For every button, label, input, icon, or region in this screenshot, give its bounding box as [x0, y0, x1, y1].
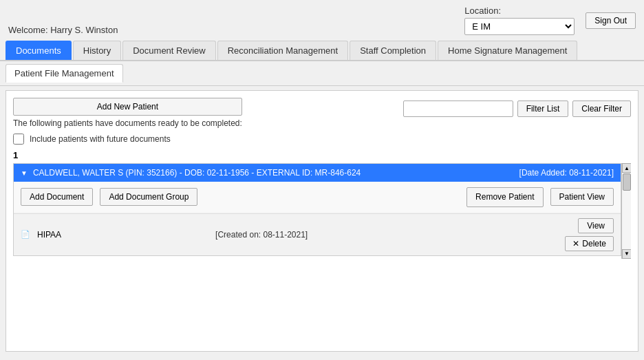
top-left: Add New Patient The following patients h…	[13, 98, 242, 128]
remove-patient-button[interactable]: Remove Patient	[466, 187, 543, 207]
location-area: Location: E IM	[464, 6, 575, 35]
tab-documents[interactable]: Documents	[6, 41, 72, 60]
include-future-label: Include patients with future documents	[30, 134, 171, 144]
document-view-button[interactable]: View	[578, 218, 614, 233]
description-text: The following patients have documents re…	[13, 118, 242, 128]
tab-bar: Documents History Document Review Reconc…	[0, 41, 644, 61]
patient-count: 1	[13, 150, 631, 160]
scrollbar-up-arrow[interactable]: ▲	[622, 163, 631, 173]
patient-header-left: ▼ CALDWELL, WALTER S (PIN: 352166) - DOB…	[21, 168, 361, 178]
tab-reconciliation-management[interactable]: Reconciliation Management	[217, 41, 348, 60]
filter-list-button[interactable]: Filter List	[517, 100, 569, 117]
header: Welcome: Harry S. Winston Location: E IM…	[0, 0, 644, 38]
filter-input[interactable]	[403, 100, 513, 117]
top-actions: Add New Patient The following patients h…	[13, 98, 631, 128]
footer-version: v. 7.1.3 / r. e3a9666 Help	[0, 356, 644, 360]
scrollbar: ▲ ▼	[621, 163, 631, 259]
include-row: Include patients with future documents	[13, 134, 631, 145]
signout-button[interactable]: Sign Out	[586, 12, 636, 29]
actions-right: Remove Patient Patient View	[466, 187, 614, 207]
add-new-patient-button[interactable]: Add New Patient	[13, 98, 242, 116]
expand-icon: ▼	[21, 169, 28, 177]
document-name: HIPAA	[37, 230, 208, 240]
doc-buttons: View ✕ Delete	[565, 218, 614, 251]
tab-history[interactable]: History	[73, 41, 121, 60]
patient-name: CALDWELL, WALTER S (PIN: 352166) - DOB: …	[33, 168, 361, 178]
tab-staff-completion[interactable]: Staff Completion	[350, 41, 436, 60]
patient-view-button[interactable]: Patient View	[550, 188, 614, 206]
add-document-group-button[interactable]: Add Document Group	[100, 188, 197, 206]
location-select[interactable]: E IM	[464, 18, 575, 35]
tab-home-signature-management[interactable]: Home Signature Management	[438, 41, 577, 60]
patient-actions: Add Document Add Document Group Remove P…	[14, 182, 621, 213]
tab-document-review[interactable]: Document Review	[122, 41, 216, 60]
include-future-checkbox[interactable]	[13, 134, 24, 145]
clear-filter-button[interactable]: Clear Filter	[572, 100, 631, 117]
delete-label: Delete	[582, 239, 606, 248]
patient-header[interactable]: ▼ CALDWELL, WALTER S (PIN: 352166) - DOB…	[14, 164, 621, 182]
main-content: Add New Patient The following patients h…	[6, 90, 638, 352]
location-label: Location:	[464, 6, 501, 16]
sub-tab-bar: Patient File Management	[0, 61, 644, 86]
patient-record-wrapper: ▼ CALDWELL, WALTER S (PIN: 352166) - DOB…	[13, 163, 631, 259]
welcome-text: Welcome: Harry S. Winston	[8, 25, 118, 35]
sub-tab-patient-file-management[interactable]: Patient File Management	[6, 64, 123, 83]
scrollbar-down-arrow[interactable]: ▼	[622, 249, 631, 259]
scrollbar-track	[622, 173, 631, 249]
document-icon: 📄	[21, 230, 30, 239]
document-delete-button[interactable]: ✕ Delete	[565, 236, 614, 251]
add-document-button[interactable]: Add Document	[21, 188, 93, 206]
scrollbar-thumb[interactable]	[623, 173, 631, 191]
patient-date-added: [Date Added: 08-11-2021]	[519, 168, 614, 178]
document-row: 📄 HIPAA [Created on: 08-11-2021] View ✕ …	[14, 213, 621, 255]
delete-icon: ✕	[572, 239, 579, 248]
header-right: Location: E IM Sign Out	[464, 6, 636, 35]
document-created: [Created on: 08-11-2021]	[215, 230, 558, 240]
filter-area: Filter List Clear Filter	[403, 100, 631, 117]
patient-record: ▼ CALDWELL, WALTER S (PIN: 352166) - DOB…	[13, 163, 621, 256]
